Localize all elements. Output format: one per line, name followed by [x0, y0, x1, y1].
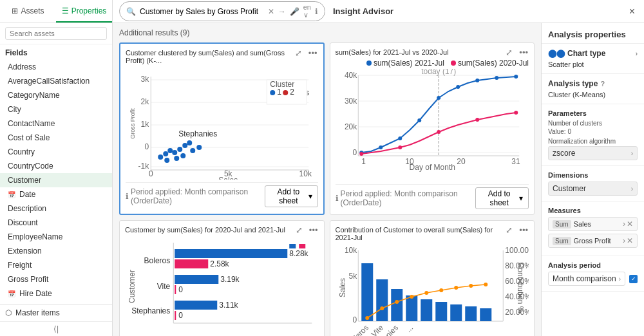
analysis-info-icon[interactable]: ?	[600, 80, 605, 88]
sidebar-item-date[interactable]: 📅Date	[0, 187, 112, 201]
expand-sidebar-button[interactable]: ⟨|	[0, 321, 112, 336]
scatter-add-button[interactable]: Add to sheet ▾	[265, 185, 317, 207]
info-small-icon: ℹ	[126, 192, 129, 201]
contrib-expand-button[interactable]: ⤢	[504, 225, 515, 236]
analysis-type-label: Analysis type ?	[548, 79, 638, 88]
sidebar-item-employeename[interactable]: EmployeeName	[0, 230, 112, 244]
svg-point-63	[514, 75, 518, 79]
sidebar-item-description[interactable]: Description	[0, 201, 112, 216]
sidebar-item-grossprofit[interactable]: Gross Profit	[0, 272, 112, 286]
svg-text:5k: 5k	[348, 272, 357, 281]
svg-point-67	[475, 118, 479, 122]
chart-type-section: ⬤⬤ Chart type › Scatter plot	[542, 44, 644, 74]
main-area: 🔍 ✕ → 🎤 en ∨ ℹ Insight Advisor × Additio…	[113, 0, 644, 336]
sidebar-item-extension[interactable]: Extension	[0, 244, 112, 258]
sidebar-item-contactname[interactable]: ContactName	[0, 117, 112, 131]
norm-algo-dropdown[interactable]: zscore ›	[548, 146, 638, 160]
svg-point-61	[475, 79, 479, 82]
close-button[interactable]: ×	[627, 3, 638, 20]
svg-rect-83	[175, 301, 217, 310]
bar-title: Customer by sum(Sales) for 2020-Jul and …	[125, 226, 319, 234]
period-checkbox[interactable]: ✓	[629, 275, 638, 283]
tab-properties[interactable]: ☰ Properties	[56, 0, 112, 23]
clear-icon[interactable]: ✕	[268, 7, 274, 16]
search-input-main[interactable]	[140, 7, 264, 16]
sidebar-item-costofsale[interactable]: Cost of Sale	[0, 131, 112, 145]
svg-point-17	[158, 154, 163, 160]
period-section: Analysis period Month comparison › ✓	[542, 256, 644, 292]
info-small-icon2: ℹ	[336, 194, 339, 203]
sidebar-item-customer[interactable]: Customer	[0, 173, 112, 187]
bar-controls: ⤢ •••	[294, 225, 320, 236]
analysis-type-section: Analysis type ? Cluster (K-Means)	[542, 74, 644, 104]
arrow-icon[interactable]: →	[278, 7, 286, 16]
svg-point-111	[365, 316, 369, 320]
chart-card-line: sum(Sales) for 2021-Jul vs 2020-Jul ⤢ ••…	[330, 42, 535, 215]
mic-icon[interactable]: 🎤	[290, 7, 299, 16]
period-dropdown[interactable]: Month comparison ›	[548, 272, 625, 286]
svg-point-28	[196, 145, 202, 150]
svg-text:0: 0	[352, 148, 357, 157]
svg-text:0: 0	[178, 311, 183, 320]
sidebar-item-hiredate[interactable]: 📅Hire Date	[0, 286, 112, 301]
measure2-icons: › ✕	[623, 236, 633, 245]
chart-type-chevron: ›	[636, 50, 638, 57]
measures-label: Measures	[548, 207, 638, 214]
sidebar-tabs: ⊞ Assets ☰ Properties	[0, 0, 112, 23]
search-bar[interactable]: 🔍 ✕ → 🎤 en ∨ ℹ	[119, 1, 325, 21]
scatter-expand-button[interactable]: ⤢	[293, 48, 304, 59]
measure1-chip[interactable]: Sum Sales › ✕	[548, 217, 638, 231]
line-menu-button[interactable]: •••	[517, 47, 530, 58]
svg-text:8.28k: 8.28k	[289, 249, 308, 258]
measure1-label: Sales	[574, 220, 620, 228]
sidebar-item-city[interactable]: City	[0, 102, 112, 117]
svg-point-57	[398, 136, 402, 140]
svg-point-56	[379, 145, 383, 149]
search-input[interactable]	[5, 27, 107, 40]
svg-text:20k: 20k	[344, 122, 357, 131]
chart-card-scatter: Customer clustered by sum(Sales) and sum…	[119, 42, 325, 215]
svg-text:1: 1	[361, 157, 366, 166]
svg-point-60	[456, 85, 460, 89]
sidebar-item-category[interactable]: CategoryName	[0, 88, 112, 102]
sidebar-item-countrycode[interactable]: CountryCode	[0, 159, 112, 173]
sidebar-item-address[interactable]: Address	[0, 60, 112, 74]
measure1-edit-icon[interactable]: ›	[623, 219, 625, 229]
bar-menu-button[interactable]: •••	[307, 225, 320, 236]
sidebar-item-freight[interactable]: Freight	[0, 258, 112, 272]
line-chart: 40k 30k 20k 0 1 10 20 31 Day of Month	[336, 69, 529, 182]
svg-text:20: 20	[457, 157, 466, 166]
svg-point-65	[398, 145, 402, 149]
lang-selector[interactable]: en ∨	[303, 3, 311, 19]
calendar-icon2: 📅	[8, 290, 15, 297]
svg-point-118	[469, 284, 473, 288]
svg-text:Boleros: Boleros	[144, 256, 171, 265]
sidebar-item-avgcall[interactable]: AverageCallSatisfaction	[0, 74, 112, 88]
svg-rect-102	[361, 263, 373, 321]
scatter-menu-button[interactable]: •••	[307, 48, 319, 59]
line-expand-button[interactable]: ⤢	[504, 47, 515, 58]
sidebar-item-discount[interactable]: Discount	[0, 216, 112, 230]
measure1-delete-icon[interactable]: ✕	[627, 219, 633, 229]
svg-text:Day of Month: Day of Month	[409, 163, 455, 172]
measure2-chip[interactable]: Sum Gross Profit › ✕	[548, 234, 638, 248]
measure2-edit-icon[interactable]: ›	[623, 236, 625, 245]
svg-text:10k: 10k	[344, 246, 357, 255]
contrib-menu-button[interactable]: •••	[517, 225, 530, 236]
tab-assets[interactable]: ⊞ Assets	[0, 0, 56, 23]
measure2-delete-icon[interactable]: ✕	[627, 236, 633, 245]
bar-expand-button[interactable]: ⤢	[294, 225, 305, 236]
sidebar-item-country[interactable]: Country	[0, 145, 112, 159]
line-add-button[interactable]: Add to sheet ▾	[475, 187, 529, 209]
svg-rect-103	[376, 279, 388, 321]
svg-text:Vite: Vite	[157, 282, 171, 291]
svg-text:100.00%: 100.00%	[505, 246, 529, 255]
info-icon[interactable]: ℹ	[315, 7, 318, 16]
svg-rect-87	[289, 244, 296, 248]
svg-point-66	[437, 130, 440, 134]
svg-text:1k: 1k	[141, 120, 150, 129]
svg-point-116	[439, 288, 443, 292]
topbar: 🔍 ✕ → 🎤 en ∨ ℹ Insight Advisor ×	[113, 0, 644, 23]
master-items-button[interactable]: ⬡ Master items	[0, 304, 112, 321]
dimension-chip[interactable]: Customer ›	[548, 182, 638, 196]
